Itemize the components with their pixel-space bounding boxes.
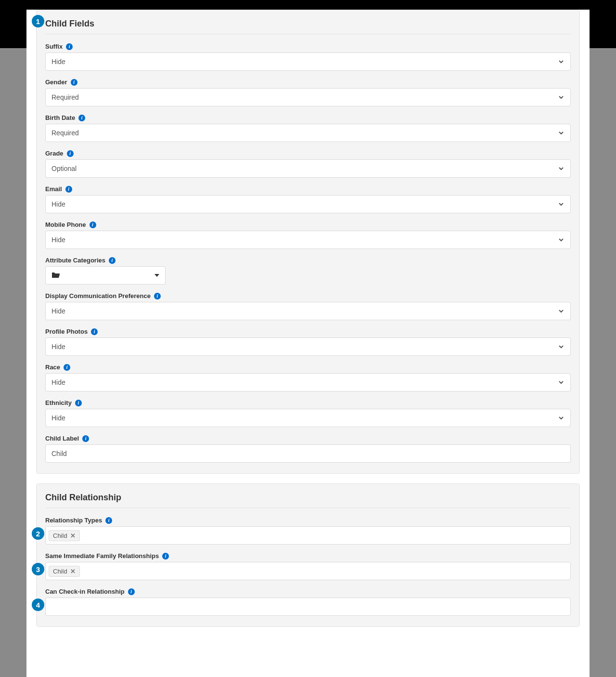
ethnicity-group: Ethnicity i Hide [45,399,571,427]
displaycommpref-select[interactable]: Hide [45,302,571,320]
caret-down-icon [154,274,159,277]
sameimmediate-input[interactable]: Child ✕ [45,562,571,580]
childlabel-input[interactable]: Child [45,444,571,463]
race-label: Race i [45,364,571,371]
info-icon[interactable]: i [154,293,161,299]
sameimmediate-label: Same Immediate Family Relationships i [45,552,571,560]
tag: Child ✕ [49,566,80,577]
gender-label: Gender i [45,78,571,86]
info-icon[interactable]: i [128,588,135,595]
info-icon[interactable]: i [75,400,82,406]
childlabel-label: Child Label i [45,435,571,442]
page-content: 1 Child Fields Suffix i Hide Gender i Re… [26,10,590,677]
childlabel-group: Child Label i Child [45,435,571,463]
birthdate-group: Birth Date i Required [45,114,571,142]
cancheckin-group: 4 Can Check-in Relationship i [45,588,571,616]
marker-2: 2 [32,527,44,540]
chevron-down-icon [558,58,565,65]
remove-tag-icon[interactable]: ✕ [70,568,76,575]
chevron-down-icon [558,130,565,136]
info-icon[interactable]: i [78,115,85,121]
panel-title-child-relationship: Child Relationship [45,493,571,508]
email-label: Email i [45,185,571,193]
chevron-down-icon [558,201,565,208]
grade-select[interactable]: Optional [45,159,571,178]
ethnicity-select[interactable]: Hide [45,409,571,427]
info-icon[interactable]: i [67,150,74,157]
gender-group: Gender i Required [45,78,571,106]
profilephotos-label: Profile Photos i [45,328,571,335]
chevron-down-icon [558,415,565,421]
grade-label: Grade i [45,150,571,157]
email-group: Email i Hide [45,185,571,213]
sameimmediate-group: 3 Same Immediate Family Relationships i … [45,552,571,580]
birthdate-select[interactable]: Required [45,124,571,142]
marker-1: 1 [32,15,44,27]
profilephotos-group: Profile Photos i Hide [45,328,571,356]
marker-3: 3 [32,563,44,575]
info-icon[interactable]: i [162,553,169,560]
info-icon[interactable]: i [109,257,116,264]
remove-tag-icon[interactable]: ✕ [70,532,76,539]
child-relationship-panel: Child Relationship 2 Relationship Types … [36,483,580,627]
info-icon[interactable]: i [66,43,73,50]
email-select[interactable]: Hide [45,195,571,213]
attributecategories-group: Attribute Categories i [45,257,571,285]
mobilephone-group: Mobile Phone i Hide [45,221,571,249]
mobilephone-select[interactable]: Hide [45,231,571,249]
folder-open-icon [51,272,154,280]
mobilephone-label: Mobile Phone i [45,221,571,228]
info-icon[interactable]: i [65,186,72,193]
suffix-group: Suffix i Hide [45,43,571,71]
panel-title-child-fields: Child Fields [45,19,571,34]
chevron-down-icon [558,165,565,172]
cancheckin-input[interactable] [45,598,571,616]
cancheckin-label: Can Check-in Relationship i [45,588,571,595]
chevron-down-icon [558,236,565,243]
marker-4: 4 [32,599,44,611]
info-icon[interactable]: i [91,328,98,335]
chevron-down-icon [558,308,565,314]
relationshiptypes-input[interactable]: Child ✕ [45,526,571,545]
suffix-label: Suffix i [45,43,571,50]
profilephotos-select[interactable]: Hide [45,338,571,356]
displaycommpref-label: Display Communication Preference i [45,292,571,299]
info-icon[interactable]: i [64,364,70,371]
race-group: Race i Hide [45,364,571,391]
info-icon[interactable]: i [71,79,77,86]
birthdate-label: Birth Date i [45,114,571,121]
relationshiptypes-group: 2 Relationship Types i Child ✕ [45,517,571,545]
relationshiptypes-label: Relationship Types i [45,517,571,524]
attributecategories-label: Attribute Categories i [45,257,571,264]
chevron-down-icon [558,343,565,350]
race-select[interactable]: Hide [45,373,571,391]
ethnicity-label: Ethnicity i [45,399,571,406]
tag: Child ✕ [49,530,80,541]
grade-group: Grade i Optional [45,150,571,178]
info-icon[interactable]: i [82,435,89,442]
child-fields-panel: 1 Child Fields Suffix i Hide Gender i Re… [36,10,580,474]
gender-select[interactable]: Required [45,88,571,106]
suffix-select[interactable]: Hide [45,52,571,71]
chevron-down-icon [558,94,565,101]
chevron-down-icon [558,379,565,386]
info-icon[interactable]: i [90,221,96,228]
info-icon[interactable]: i [105,517,112,524]
attributecategories-select[interactable] [45,266,166,285]
displaycommpref-group: Display Communication Preference i Hide [45,292,571,320]
